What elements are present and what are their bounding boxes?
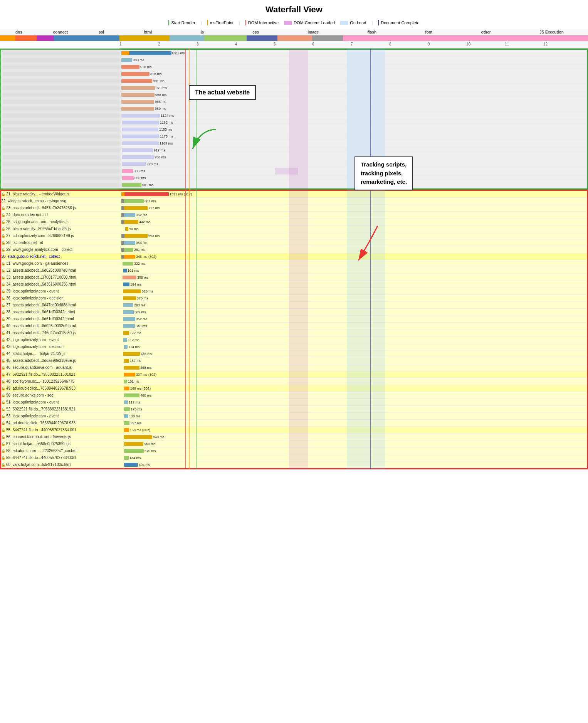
table-row: 🔒 45. assets.adobedt...0ddae98e318e5e.js… [1, 357, 587, 364]
left-col-headers: dns connect ssl [0, 30, 119, 34]
row-label-21: 🔒 21. blaze.ratecity... - embedWidget.js [1, 192, 121, 196]
row-label-59: 🔒 59. 6447741.fls.do...4400557027834.091 [1, 456, 121, 460]
table-row: 🔒 21. blaze.ratecity... - embedWidget.js… [1, 191, 587, 198]
legend-dom-content-loaded-label: DOM Content Loaded [294, 20, 335, 25]
table-row: 959 ms [1, 105, 587, 112]
lock-icon-43: 🔒 [1, 345, 5, 349]
table-row: 336 ms [1, 175, 587, 182]
bar-label: 1153 ms [159, 128, 173, 131]
row-bar-area-52: 175 ms [121, 406, 587, 413]
row-label-49: 🔒 49. ad.doubleclick...7668944029678.933 [1, 386, 121, 390]
table-row: 🔒 29. www.google-analytics.com - collect… [1, 246, 587, 253]
row-label-50: 🔒 50. secure.adnxs.com - seg [1, 393, 121, 397]
row-text-29: 29. www.google-analytics.com - collect [6, 247, 72, 252]
bar-label: 728 ms [147, 162, 158, 166]
ms-label-29: 291 ms [134, 248, 146, 252]
row-label-30: 30. stats.g.doubleclick.net - collect [1, 254, 121, 259]
row-text-39: 39. assets.adobedt...6d61df00342f.html [6, 317, 74, 321]
table-row: 🔒 31. www.google.com - ga-audiences 322 … [1, 260, 587, 267]
bar-label: 1162 ms [160, 121, 173, 124]
timeline-ticks: 1 2 3 4 5 6 7 8 9 10 11 12 [119, 41, 588, 49]
row-text-41: 41. assets.adobedt...746d47ca018a80.js [6, 331, 76, 335]
row-text-21: 21. blaze.ratecity... - embedWidget.js [6, 192, 69, 196]
row-label-blurred [1, 92, 121, 98]
table-row: 🔒 48. societyone.sc....- s33123926646775… [1, 378, 587, 385]
row-bar-area: 728 ms [121, 161, 587, 168]
table-row: 1175 ms [1, 133, 587, 140]
row-text-47: 47. 5922921.fls.do...7953882231581821 [6, 372, 76, 377]
table-row: 🔒 47. 5922921.fls.do...7953882231581821 … [1, 371, 587, 378]
bar-32 [123, 269, 127, 272]
lock-icon-49: 🔒 [1, 387, 5, 390]
ms-label-41: 172 ms [130, 331, 141, 335]
lock-icon-39: 🔒 [1, 317, 5, 321]
ms-label-23: 717 ms [148, 206, 160, 210]
row-text-54: 54. ad.doubleclick...7668944029678.933 [6, 421, 76, 425]
row-label-blurred [1, 106, 121, 111]
bar [121, 72, 150, 76]
row-bar-area-53: 130 ms [121, 413, 587, 420]
ms-label-53: 130 ms [129, 414, 141, 418]
row-label-53: 🔒 53. logx.optimizely.com - event [1, 414, 121, 418]
row-bar-area-22: 601 ms [121, 198, 587, 205]
bar-label: 516 ms [140, 65, 152, 69]
table-row: 516 ms [1, 64, 587, 71]
table-row: 🔒 42. logx.optimizely.com - event 112 ms [1, 336, 587, 343]
row-label-51: 🔒 51. logx.optimizely.com - event [1, 400, 121, 404]
bar-54 [124, 421, 129, 425]
lock-icon-33: 🔒 [1, 276, 5, 279]
bar-58 [124, 449, 144, 453]
table-row: 🔒 39. assets.adobedt...6d61df00342f.html… [1, 316, 587, 323]
bar-label: 901 ms [153, 79, 165, 83]
row-label-37: 🔒 37. assets.adobedt...6d47cd00d888.html [1, 303, 121, 307]
row-label-41: 🔒 41. assets.adobedt...746d47ca018a80.js [1, 331, 121, 335]
table-row: 966 ms [1, 98, 587, 105]
ms-label-38: 309 ms [134, 310, 146, 314]
row-label-blurred [1, 99, 121, 104]
tick-9: 9 [428, 42, 430, 46]
row-text-60: 60. vars.hotjar.com...fcb4f17100c.html [6, 462, 71, 467]
row-text-50: 50. secure.adnxs.com - seg [6, 393, 54, 397]
bar-label: 581 ms [142, 183, 154, 187]
row-label-26: 🔒 26. blaze.ratecity...80955cf1bbac96.js [1, 227, 121, 231]
lock-icon-53: 🔒 [1, 414, 5, 418]
row-bar-area-45: 157 ms [121, 357, 587, 364]
lock-icon-58: 🔒 [1, 449, 5, 453]
row-label-blurred [1, 64, 121, 70]
lock-icon-42: 🔒 [1, 338, 5, 342]
lock-icon-52: 🔒 [1, 407, 5, 411]
table-row: 818 ms [1, 71, 587, 77]
bar-45 [124, 359, 129, 363]
lock-icon-25: 🔒 [1, 220, 5, 224]
bar-24 [124, 213, 135, 217]
legend-dom-interactive: DOM Interactive [245, 20, 279, 25]
ms-label-21: 1321 ms (317) [170, 192, 192, 196]
lock-icon-23: 🔒 [1, 206, 5, 210]
legend-msfirstpaint: msFirstPaint [207, 20, 234, 25]
row-text-30: 30. stats.g.doubleclick.net - collect [1, 254, 60, 259]
red-yellow-section: 🔒 21. blaze.ratecity... - embedWidget.js… [0, 190, 588, 469]
table-row: 🔒 24. dpm.demdex.net - id 352 ms [1, 212, 587, 219]
bar-label: 1301 ms [171, 51, 185, 55]
table-row: 🔒 34. assets.adobedt...6d3616000256.html… [1, 281, 587, 288]
bar [122, 183, 141, 187]
row-bar-area: 958 ms [121, 154, 587, 161]
lock-icon-48: 🔒 [1, 380, 5, 383]
green-box-section: 1301 ms 303 ms 516 ms [0, 49, 588, 190]
row-text-35: 35. logx.optimizely.com - event [6, 289, 59, 293]
bar [122, 169, 133, 173]
bar-46 [124, 366, 139, 370]
lock-icon-50: 🔒 [1, 393, 5, 397]
bar-label: 818 ms [150, 72, 162, 76]
row-bar-area-36: 370 ms [121, 295, 587, 302]
ms-label-42: 112 ms [128, 338, 139, 342]
bar-49 [124, 387, 129, 390]
table-row: 968 ms [1, 91, 587, 98]
row-bar-area-32: 101 ms [121, 267, 587, 274]
left-color-bar [0, 35, 119, 41]
row-label-blurred [1, 134, 121, 139]
table-row: 🔒 50. secure.adnxs.com - seg 460 ms [1, 392, 587, 399]
row-bar-area: 901 ms [121, 77, 587, 84]
row-label-25: 🔒 25. ssl.google-ana...om - analytics.js [1, 220, 121, 224]
table-row: 🔒 27. cdn.optimizely.com - 8269983199.js… [1, 232, 587, 239]
